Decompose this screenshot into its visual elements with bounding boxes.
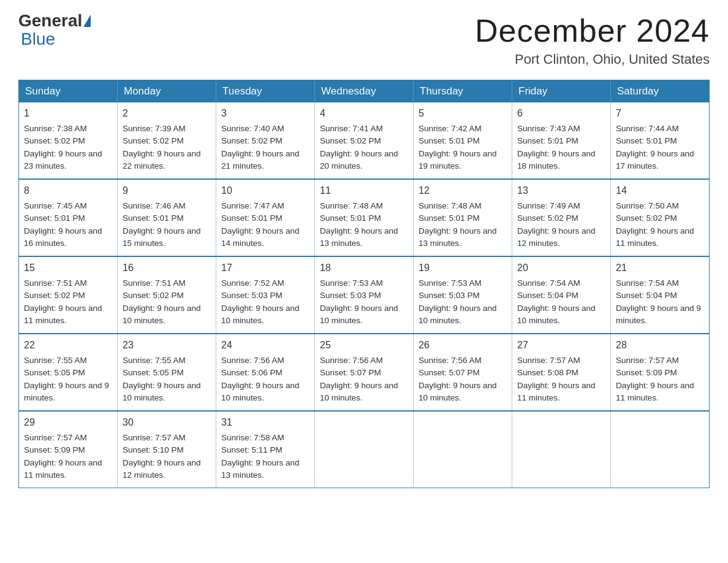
sunrise-text: Sunrise: 7:53 AM [419,278,482,288]
daylight-text: Daylight: 9 hours and 13 minutes. [221,458,300,480]
day-number: 13 [517,183,605,198]
day-number: 15 [24,261,112,275]
sunrise-text: Sunrise: 7:53 AM [320,278,383,288]
calendar-cell: 22Sunrise: 7:55 AMSunset: 5:05 PMDayligh… [19,334,118,411]
weekday-header-row: SundayMondayTuesdayWednesdayThursdayFrid… [19,80,710,103]
daylight-text: Daylight: 9 hours and 23 minutes. [24,149,102,170]
day-number: 5 [419,106,507,121]
day-number: 20 [517,261,605,275]
day-number: 23 [123,338,211,353]
calendar-cell: 17Sunrise: 7:52 AMSunset: 5:03 PMDayligh… [216,256,315,334]
sunset-text: Sunset: 5:03 PM [320,291,381,300]
calendar-week-row: 29Sunrise: 7:57 AMSunset: 5:09 PMDayligh… [19,411,710,488]
calendar-cell [414,411,512,488]
sunrise-text: Sunrise: 7:39 AM [123,124,186,133]
sunset-text: Sunset: 5:07 PM [419,368,480,377]
sunrise-text: Sunrise: 7:58 AM [221,433,284,442]
sunset-text: Sunset: 5:02 PM [221,136,282,145]
calendar-cell: 7Sunrise: 7:44 AMSunset: 5:01 PMDaylight… [611,102,710,179]
daylight-text: Daylight: 9 hours and 22 minutes. [123,149,201,170]
day-number: 10 [221,183,309,198]
sunset-text: Sunset: 5:02 PM [616,213,677,223]
daylight-text: Daylight: 9 hours and 11 minutes. [24,304,102,325]
calendar-cell [512,411,611,488]
sunset-text: Sunset: 5:01 PM [419,213,480,223]
calendar-cell: 27Sunrise: 7:57 AMSunset: 5:08 PMDayligh… [512,334,611,411]
sunset-text: Sunset: 5:02 PM [320,136,381,145]
sunset-text: Sunset: 5:02 PM [123,291,184,300]
calendar-week-row: 22Sunrise: 7:55 AMSunset: 5:05 PMDayligh… [19,334,710,411]
day-number: 8 [24,183,112,198]
day-number: 6 [517,106,605,121]
sunrise-text: Sunrise: 7:48 AM [320,201,383,210]
daylight-text: Daylight: 9 hours and 10 minutes. [221,304,300,325]
daylight-text: Daylight: 9 hours and 20 minutes. [320,149,398,170]
calendar-cell: 23Sunrise: 7:55 AMSunset: 5:05 PMDayligh… [118,334,216,411]
weekday-header-friday: Friday [512,80,611,103]
sunset-text: Sunset: 5:04 PM [517,291,578,300]
daylight-text: Daylight: 9 hours and 15 minutes. [123,226,201,248]
sunrise-text: Sunrise: 7:54 AM [517,278,580,288]
day-number: 7 [616,106,704,121]
sunset-text: Sunset: 5:05 PM [24,368,85,377]
sunrise-text: Sunrise: 7:57 AM [123,433,186,442]
calendar-cell: 25Sunrise: 7:56 AMSunset: 5:07 PMDayligh… [315,334,414,411]
daylight-text: Daylight: 9 hours and 11 minutes. [616,381,694,402]
sunset-text: Sunset: 5:01 PM [517,136,578,145]
day-number: 4 [320,106,408,121]
day-number: 18 [320,261,408,275]
calendar-table: SundayMondayTuesdayWednesdayThursdayFrid… [18,80,710,488]
logo: General Blue [18,12,92,49]
weekday-header-thursday: Thursday [414,80,512,103]
sunrise-text: Sunrise: 7:46 AM [123,201,186,210]
calendar-cell: 31Sunrise: 7:58 AMSunset: 5:11 PMDayligh… [216,411,315,488]
month-title: December 2024 [475,12,710,49]
sunrise-text: Sunrise: 7:55 AM [24,356,87,365]
calendar-cell: 12Sunrise: 7:48 AMSunset: 5:01 PMDayligh… [414,179,512,256]
sunset-text: Sunset: 5:02 PM [24,136,85,145]
day-number: 2 [123,106,211,121]
sunset-text: Sunset: 5:01 PM [320,213,381,223]
sunrise-text: Sunrise: 7:51 AM [123,278,186,288]
daylight-text: Daylight: 9 hours and 13 minutes. [320,226,398,248]
daylight-text: Daylight: 9 hours and 10 minutes. [320,304,398,325]
day-number: 30 [123,415,211,430]
sunrise-text: Sunrise: 7:55 AM [123,356,186,365]
calendar-cell: 1Sunrise: 7:38 AMSunset: 5:02 PMDaylight… [19,102,118,179]
sunrise-text: Sunrise: 7:48 AM [419,201,482,210]
calendar-week-row: 8Sunrise: 7:45 AMSunset: 5:01 PMDaylight… [19,179,710,256]
sunset-text: Sunset: 5:03 PM [221,291,282,300]
sunset-text: Sunset: 5:01 PM [221,213,282,223]
sunset-text: Sunset: 5:06 PM [221,368,282,377]
calendar-cell: 5Sunrise: 7:42 AMSunset: 5:01 PMDaylight… [414,102,512,179]
calendar-cell: 4Sunrise: 7:41 AMSunset: 5:02 PMDaylight… [315,102,414,179]
calendar-cell: 20Sunrise: 7:54 AMSunset: 5:04 PMDayligh… [512,256,611,334]
daylight-text: Daylight: 9 hours and 21 minutes. [221,149,300,170]
daylight-text: Daylight: 9 hours and 12 minutes. [123,458,201,480]
day-number: 26 [419,338,507,353]
daylight-text: Daylight: 9 hours and 19 minutes. [419,149,497,170]
calendar-cell: 8Sunrise: 7:45 AMSunset: 5:01 PMDaylight… [19,179,118,256]
sunset-text: Sunset: 5:04 PM [616,291,677,300]
daylight-text: Daylight: 9 hours and 9 minutes. [616,304,701,325]
sunrise-text: Sunrise: 7:42 AM [419,124,482,133]
daylight-text: Daylight: 9 hours and 9 minutes. [24,381,109,402]
day-number: 24 [221,338,309,353]
day-number: 3 [221,106,309,121]
sunset-text: Sunset: 5:01 PM [419,136,480,145]
sunset-text: Sunset: 5:08 PM [517,368,578,377]
sunrise-text: Sunrise: 7:49 AM [517,201,580,210]
day-number: 31 [221,415,309,430]
day-number: 12 [419,183,507,198]
day-number: 29 [24,415,112,430]
calendar-cell: 14Sunrise: 7:50 AMSunset: 5:02 PMDayligh… [611,179,710,256]
calendar-cell: 10Sunrise: 7:47 AMSunset: 5:01 PMDayligh… [216,179,315,256]
sunset-text: Sunset: 5:11 PM [221,445,282,454]
calendar-cell: 30Sunrise: 7:57 AMSunset: 5:10 PMDayligh… [118,411,216,488]
sunrise-text: Sunrise: 7:54 AM [616,278,679,288]
title-area: December 2024 Port Clinton, Ohio, United… [475,12,710,67]
calendar-week-row: 15Sunrise: 7:51 AMSunset: 5:02 PMDayligh… [19,256,710,334]
location-text: Port Clinton, Ohio, United States [475,52,710,67]
daylight-text: Daylight: 9 hours and 18 minutes. [517,149,596,170]
sunset-text: Sunset: 5:02 PM [123,136,184,145]
